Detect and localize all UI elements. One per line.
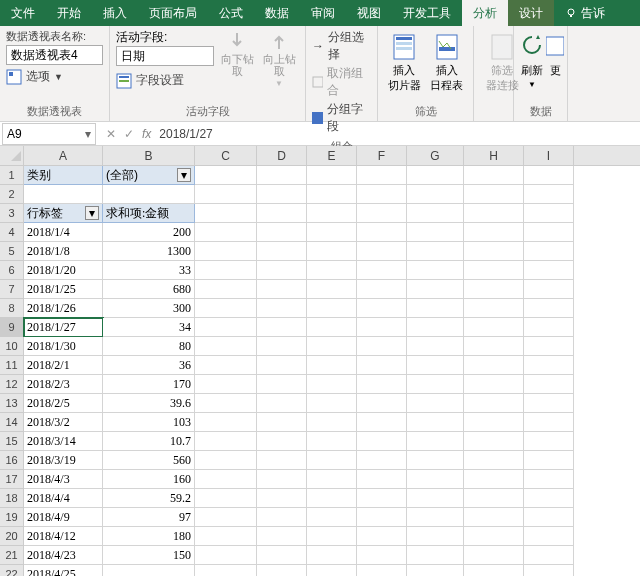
- row-header[interactable]: 17: [0, 470, 24, 489]
- pivot-value[interactable]: 59.2: [103, 489, 195, 508]
- tab-formula[interactable]: 公式: [208, 0, 254, 26]
- pivot-value[interactable]: 97: [103, 508, 195, 527]
- pivot-row-item[interactable]: 2018/1/20: [24, 261, 103, 280]
- active-field-input[interactable]: [116, 46, 214, 66]
- dropdown-icon[interactable]: ▾: [85, 206, 99, 220]
- pivot-row-item[interactable]: 2018/4/4: [24, 489, 103, 508]
- col-header[interactable]: F: [357, 146, 407, 165]
- change-source-button[interactable]: 更: [546, 29, 564, 89]
- col-header[interactable]: I: [524, 146, 574, 165]
- tab-design[interactable]: 设计: [508, 0, 554, 26]
- row-header[interactable]: 16: [0, 451, 24, 470]
- pivot-row-item[interactable]: 2018/1/27: [24, 318, 103, 337]
- pivot-value[interactable]: 170: [103, 375, 195, 394]
- col-header[interactable]: B: [103, 146, 195, 165]
- pivot-filter-label[interactable]: 类别: [24, 166, 103, 185]
- pivot-value[interactable]: 160: [103, 470, 195, 489]
- tab-review[interactable]: 审阅: [300, 0, 346, 26]
- pivot-value[interactable]: [103, 565, 195, 576]
- pivot-value[interactable]: 103: [103, 413, 195, 432]
- tab-data[interactable]: 数据: [254, 0, 300, 26]
- tab-view[interactable]: 视图: [346, 0, 392, 26]
- col-header[interactable]: E: [307, 146, 357, 165]
- pivot-value[interactable]: 39.6: [103, 394, 195, 413]
- pivot-row-label[interactable]: 行标签▾: [24, 204, 103, 223]
- pivot-value[interactable]: 34: [103, 318, 195, 337]
- insert-slicer-button[interactable]: 插入 切片器: [384, 29, 425, 93]
- tab-home[interactable]: 开始: [46, 0, 92, 26]
- row-header[interactable]: 5: [0, 242, 24, 261]
- pivot-row-item[interactable]: 2018/4/12: [24, 527, 103, 546]
- row-header[interactable]: 18: [0, 489, 24, 508]
- cancel-icon[interactable]: ✕: [106, 127, 116, 141]
- row-header[interactable]: 15: [0, 432, 24, 451]
- row-header[interactable]: 2: [0, 185, 24, 204]
- pivot-row-item[interactable]: 2018/3/14: [24, 432, 103, 451]
- tab-insert[interactable]: 插入: [92, 0, 138, 26]
- pivot-value[interactable]: 300: [103, 299, 195, 318]
- row-header[interactable]: 11: [0, 356, 24, 375]
- row-header[interactable]: 3: [0, 204, 24, 223]
- pivot-row-item[interactable]: 2018/3/19: [24, 451, 103, 470]
- row-header[interactable]: 9: [0, 318, 24, 337]
- formula-input[interactable]: 2018/1/27: [159, 127, 212, 141]
- group-selection-button[interactable]: →分组选择: [312, 29, 371, 63]
- col-header[interactable]: G: [407, 146, 464, 165]
- row-header[interactable]: 20: [0, 527, 24, 546]
- row-header[interactable]: 14: [0, 413, 24, 432]
- pt-name-input[interactable]: [6, 45, 103, 65]
- col-header[interactable]: A: [24, 146, 103, 165]
- pivot-row-item[interactable]: 2018/1/8: [24, 242, 103, 261]
- row-header[interactable]: 7: [0, 280, 24, 299]
- enter-icon[interactable]: ✓: [124, 127, 134, 141]
- options-button[interactable]: 选项 ▼: [6, 68, 103, 85]
- pivot-row-item[interactable]: 2018/1/26: [24, 299, 103, 318]
- pivot-row-item[interactable]: 2018/4/23: [24, 546, 103, 565]
- pivot-value-label[interactable]: 求和项:金额: [103, 204, 195, 223]
- pivot-row-item[interactable]: 2018/4/3: [24, 470, 103, 489]
- tab-analyze[interactable]: 分析: [462, 0, 508, 26]
- pivot-row-item[interactable]: 2018/3/2: [24, 413, 103, 432]
- pivot-value[interactable]: 1300: [103, 242, 195, 261]
- pivot-row-item[interactable]: 2018/4/25: [24, 565, 103, 576]
- pivot-value[interactable]: 33: [103, 261, 195, 280]
- field-settings-button[interactable]: 字段设置: [116, 72, 215, 89]
- tab-dev[interactable]: 开发工具: [392, 0, 462, 26]
- fx-icon[interactable]: fx: [142, 127, 151, 141]
- tab-file[interactable]: 文件: [0, 0, 46, 26]
- chevron-down-icon[interactable]: ▾: [85, 127, 91, 141]
- pivot-value[interactable]: 180: [103, 527, 195, 546]
- tab-tell[interactable]: 告诉: [554, 0, 616, 26]
- pivot-row-item[interactable]: 2018/2/1: [24, 356, 103, 375]
- pivot-value[interactable]: 200: [103, 223, 195, 242]
- pivot-value[interactable]: 560: [103, 451, 195, 470]
- col-header[interactable]: D: [257, 146, 307, 165]
- pivot-row-item[interactable]: 2018/1/30: [24, 337, 103, 356]
- row-header[interactable]: 22: [0, 565, 24, 576]
- name-box[interactable]: A9▾: [2, 123, 96, 145]
- row-header[interactable]: 10: [0, 337, 24, 356]
- dropdown-icon[interactable]: ▾: [177, 168, 191, 182]
- pivot-row-item[interactable]: 2018/4/9: [24, 508, 103, 527]
- pivot-value[interactable]: 36: [103, 356, 195, 375]
- pivot-value[interactable]: 80: [103, 337, 195, 356]
- pivot-row-item[interactable]: 2018/2/5: [24, 394, 103, 413]
- insert-timeline-button[interactable]: 插入 日程表: [427, 29, 468, 93]
- col-header[interactable]: H: [464, 146, 524, 165]
- row-header[interactable]: 1: [0, 166, 24, 185]
- row-header[interactable]: 21: [0, 546, 24, 565]
- refresh-button[interactable]: 刷新 ▼: [520, 29, 544, 89]
- row-header[interactable]: 8: [0, 299, 24, 318]
- select-all[interactable]: [0, 146, 24, 165]
- pivot-value[interactable]: 10.7: [103, 432, 195, 451]
- pivot-value[interactable]: 150: [103, 546, 195, 565]
- pivot-row-item[interactable]: 2018/2/3: [24, 375, 103, 394]
- pivot-row-item[interactable]: 2018/1/25: [24, 280, 103, 299]
- row-header[interactable]: 4: [0, 223, 24, 242]
- tab-layout[interactable]: 页面布局: [138, 0, 208, 26]
- col-header[interactable]: C: [195, 146, 257, 165]
- row-header[interactable]: 19: [0, 508, 24, 527]
- pivot-row-item[interactable]: 2018/1/4: [24, 223, 103, 242]
- pivot-filter-value[interactable]: (全部)▾: [103, 166, 195, 185]
- row-header[interactable]: 6: [0, 261, 24, 280]
